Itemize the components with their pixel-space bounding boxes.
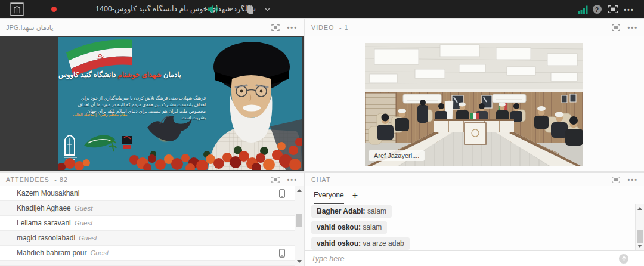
video-pod-header: VIDEO - 1 ••• <box>305 19 644 36</box>
attendee-row[interactable]: Kazem Mousakhani <box>0 186 295 201</box>
pod-fullscreen-icon[interactable] <box>612 24 620 31</box>
chat-message-text: salam <box>367 207 386 215</box>
share-stage: یادمان شهدای خوشنام دانشگاه گنبد کاووس ف… <box>0 36 304 171</box>
pod-fullscreen-icon[interactable] <box>271 177 280 183</box>
chat-message-author: vahid oskou: <box>317 239 361 248</box>
speaker-name-label: Aref Jazayeri.... <box>369 150 425 161</box>
chat-message-text: va arze adab <box>363 239 404 248</box>
attendee-role-badge: Guest <box>90 249 109 256</box>
attendee-row[interactable]: Mahdieh bahram pour Guest <box>0 246 295 261</box>
mobile-device-icon <box>279 249 285 260</box>
pod-fullscreen-icon[interactable] <box>612 177 620 183</box>
attendees-scrollbar[interactable] <box>295 186 304 266</box>
attendees-pod: ATTENDEES - 82 ••• Kazem Mousakhani Khad… <box>0 173 304 266</box>
attendee-name: magid rasoolabadi <box>17 234 75 242</box>
pod-fullscreen-icon[interactable] <box>271 24 280 31</box>
recording-indicator <box>51 7 57 12</box>
chat-pod: CHAT ••• Everyone + Bagher Adabi: salam … <box>305 173 644 266</box>
chat-pod-header: CHAT ••• <box>305 173 644 186</box>
image-quote-paragraph: فرهنگ شهادت یعنی فرهنگ تلاش کردن با سرما… <box>73 95 206 121</box>
chat-tab-everyone[interactable]: Everyone <box>314 191 344 204</box>
chat-message: vahid oskou: salam <box>311 221 387 234</box>
raise-hand-button[interactable] <box>242 0 258 18</box>
attendee-role-badge: Guest <box>79 234 97 242</box>
help-button[interactable]: ? <box>590 0 603 18</box>
chat-message: Bagher Adabi: salam <box>311 205 392 218</box>
share-pod-title: یادمان شهدا.JPG <box>6 24 53 32</box>
scroll-down-arrow[interactable] <box>637 245 642 248</box>
attendee-role-badge: Guest <box>75 205 93 212</box>
chat-message-text: salam <box>363 223 382 231</box>
attendees-pod-title: ATTENDEES - 82 <box>6 176 68 183</box>
webcam-video-feed: Aref Jazayeri.... <box>365 43 583 166</box>
chat-input[interactable] <box>305 255 619 263</box>
chat-message-author: vahid oskou: <box>317 223 361 231</box>
scroll-thumb[interactable] <box>637 230 643 243</box>
shared-memorial-image: یادمان شهدای خوشنام دانشگاه گنبد کاووس ف… <box>58 37 302 170</box>
attendee-row[interactable]: Leilama saravani Guest <box>0 216 295 231</box>
chat-pod-title: CHAT <box>311 176 331 183</box>
pod-menu-icon[interactable]: ••• <box>287 24 298 31</box>
video-pod-title: VIDEO - 1 <box>311 24 349 31</box>
chat-tab-bar: Everyone + <box>305 186 644 204</box>
pod-menu-icon[interactable]: ••• <box>627 24 638 31</box>
attendee-role-badge: Guest <box>75 219 93 227</box>
attendee-name: Khadijeh Aghaee <box>17 204 71 212</box>
connection-status-icon[interactable] <box>576 0 589 18</box>
new-chat-tab-button[interactable]: + <box>352 190 358 204</box>
pod-menu-icon[interactable]: ••• <box>287 176 298 183</box>
video-pod: VIDEO - 1 ••• <box>305 19 644 171</box>
app-logo-icon <box>10 2 24 18</box>
scroll-down-arrow[interactable] <box>297 260 302 263</box>
attendee-name: Leilama saravani <box>17 219 71 227</box>
speaker-button[interactable] <box>205 0 222 18</box>
video-stage: Aref Jazayeri.... <box>305 36 644 171</box>
scroll-thumb[interactable] <box>296 214 302 227</box>
chat-message-list: Bagher Adabi: salam vahid oskou: salam v… <box>305 204 634 250</box>
scroll-up-arrow[interactable] <box>297 189 302 192</box>
chat-input-row <box>305 250 644 266</box>
attendee-name: Mahdieh bahram pour <box>17 249 86 257</box>
attendee-name: Kazem Mousakhani <box>17 189 79 197</box>
image-quote-credit: مقام معظم رهبری | مدظله العالی <box>67 112 133 117</box>
meeting-app: سالگرد شهدای خوش نام دانشگاه گنبد کاووس-… <box>0 0 644 266</box>
top-bar: سالگرد شهدای خوش نام دانشگاه گنبد کاووس-… <box>0 0 644 18</box>
fullscreen-button[interactable] <box>606 0 620 18</box>
image-title: یادمان شهدای خوشنام دانشگاه گنبد کاووس <box>71 70 181 79</box>
ellipsis-icon: ••• <box>624 6 634 13</box>
mobile-device-icon <box>279 189 285 200</box>
attendees-pod-header: ATTENDEES - 82 ••• <box>0 173 304 186</box>
chat-scrollbar[interactable] <box>635 204 644 250</box>
attendees-list: Kazem Mousakhani Khadijeh Aghaee Guest L… <box>0 186 295 266</box>
chat-message: vahid oskou: va arze adab <box>311 237 410 250</box>
scroll-up-arrow[interactable] <box>637 207 642 210</box>
share-pod: یادمان شهدا.JPG ••• <box>0 19 304 171</box>
speaker-options-chevron-down-icon[interactable] <box>224 0 236 18</box>
more-options-button[interactable]: ••• <box>621 0 637 18</box>
share-pod-header: یادمان شهدا.JPG ••• <box>0 19 304 36</box>
pod-menu-icon[interactable]: ••• <box>627 176 638 183</box>
attendee-row[interactable]: Khadijeh Aghaee Guest <box>0 201 295 216</box>
attendee-row[interactable]: magid rasoolabadi Guest <box>0 231 295 246</box>
attendee-row-partial[interactable] <box>0 261 295 266</box>
chat-message-author: Bagher Adabi: <box>317 207 366 215</box>
hand-options-chevron-down-icon[interactable] <box>261 0 273 18</box>
send-message-button[interactable] <box>619 254 628 264</box>
question-mark-icon: ? <box>593 5 602 14</box>
